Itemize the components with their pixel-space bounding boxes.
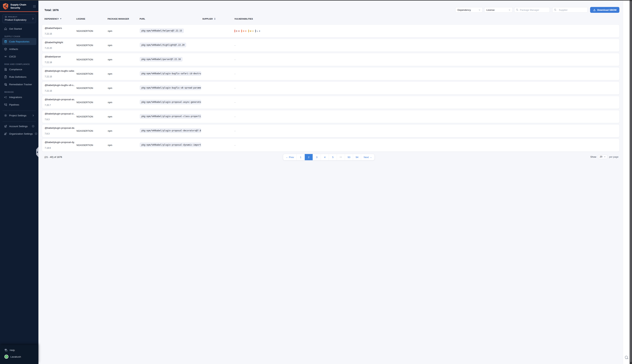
sidebar-item-label: Project Settings [9,114,26,117]
sidebar-item-label: Organization Settings [9,132,33,135]
package-manager-value: npm [108,58,140,61]
severity-bar [234,30,235,32]
dependency-version: 7.22.15 [45,75,75,78]
total-count: Total: 1876 [44,8,58,12]
pagination-bar: (21 - 40) of 1876 ← Prev 1 2 3 4 5 ••• 9… [38,154,287,160]
package-manager-value: npm [108,87,140,90]
gear-icon [4,114,7,117]
dependency-name: @babel/plugin-proposal-cl... [45,112,75,115]
sidebar-item-compliance[interactable]: Compliance [2,66,36,73]
license-value: NOASSERTION [76,58,108,61]
brand-divider [0,11,38,12]
infinity-icon [4,55,7,58]
sidebar-item-label: CI/CD [9,55,16,58]
dependency-table: @babel/helpers 7.22.15 NOASSERTION npm p… [42,24,287,152]
vulnerabilities-empty: - [234,144,287,146]
medium-badge: M3 [248,30,254,32]
dependency-version: 7.18.6 [45,147,75,149]
license-value: NOASSERTION [76,101,108,104]
vulnerabilities-empty: - [234,58,287,61]
sidebar-item-get-started[interactable]: Get Started [2,25,36,32]
home-icon [4,27,7,30]
table-row[interactable]: @babel/highlight 7.22.20 NOASSERTION npm… [42,39,287,52]
vulnerabilities-empty: - [234,44,287,47]
license-value: NOASSERTION [76,72,108,75]
dependency-version: 7.22.20 [45,47,75,50]
table-header-row: DEPENDENCY LICENSE PACKAGE MANAGER PURL … [44,18,287,20]
table-row[interactable]: @babel/plugin-bugfix-safar... 7.22.15 NO… [42,67,287,80]
license-value: NOASSERTION [76,87,108,90]
package-manager-value: npm [108,72,140,75]
purl-chip: pkg:npm/%40babel/plugin-proposal-decorat… [140,128,201,133]
info-icon[interactable] [32,125,34,128]
sidebar-divider [2,122,36,122]
sidebar-item-rule-definitions[interactable]: Rule Definitions [2,73,36,80]
pipelines-icon [4,103,7,106]
vulnerabilities-empty: - [234,72,287,75]
collapse-arrow-icon [36,151,38,153]
project-box-icon [5,16,7,18]
purl-chip: pkg:npm/%40babel/parser@7.22.16 [140,57,182,62]
severity-bar [241,30,242,32]
license-value: NOASSERTION [76,130,108,132]
prev-page-button[interactable]: ← Prev [283,154,287,160]
sidebar-item-code-repositories[interactable]: Code Repositories [2,38,36,45]
pager: ← Prev 1 2 3 4 5 ••• 93 94 Next → [283,154,287,160]
column-header-dependency[interactable]: DEPENDENCY [44,18,76,20]
sidebar-item-label: Rule Definitions [9,76,26,78]
dependency-name: @babel/helpers [45,27,75,30]
dependency-name: @babel/plugin-bugfix-safar... [45,70,75,72]
table-row[interactable]: @babel/parser 7.22.16 NOASSERTION npm pk… [42,53,287,66]
license-value: NOASSERTION [76,116,108,118]
sidebar-item-label: Account Settings [9,125,28,128]
dependency-version: 7.20.7 [45,104,75,106]
app-title: Supply Chain Security [10,3,31,10]
sidebar-item-artifacts[interactable]: Artifacts [2,46,36,52]
table-row[interactable]: @babel/plugin-proposal-cl... 7.8.3 NOASS… [42,110,287,123]
table-row[interactable]: @babel/helpers 7.22.15 NOASSERTION npm p… [42,24,287,38]
sidebar-item-project-settings[interactable]: Project Settings [2,112,36,119]
table-row[interactable]: @babel/plugin-proposal-dy... 7.18.6 NOAS… [42,139,287,152]
purl-chip: pkg:npm/%40babel/plugin-bugfix-safari-id… [140,71,201,76]
table-row[interactable]: @babel/plugin-proposal-de... 7.8.3 NOASS… [42,124,287,137]
vulnerabilities-empty: - [234,87,287,90]
sidebar-item-label: Artifacts [9,48,18,50]
package-manager-value: npm [108,30,140,32]
critical-badge: C0 [234,30,240,32]
info-icon[interactable] [35,132,37,135]
low-badge: L0 [255,30,260,32]
app-grid-icon[interactable] [33,5,36,8]
dependency-version: 7.22.15 [45,90,75,92]
sidebar-item-pipelines[interactable]: Pipelines [2,101,36,108]
project-name: Product Exploratory [5,18,31,21]
vulnerabilities-empty: - [234,130,287,132]
box-repair-icon [4,83,7,86]
sort-desc-icon [60,18,62,20]
sidebar-nav: Get Started SUPPLY CHAIN Code Repositori… [0,25,38,137]
table-row[interactable]: @babel/plugin-proposal-as... 7.20.7 NOAS… [42,96,287,109]
project-switcher[interactable]: PROJECT Product Exploratory [2,14,36,23]
sidebar-item-organization-settings[interactable]: Organization Settings [2,130,36,137]
table-row[interactable]: @babel/plugin-bugfix-v8-s... 7.22.15 NOA… [42,82,287,94]
dependency-version: 7.22.16 [45,61,75,64]
purl-chip: pkg:npm/%40babel/helpers@7.22.15 [140,28,184,33]
result-range: (21 - 40) of 1876 [44,156,62,158]
sidebar-item-label: Code Repositories [9,40,30,43]
sidebar-item-remediation-tracker[interactable]: Remediation Tracker [2,81,36,88]
window-top-edge [0,0,287,0]
column-header-license: LICENSE [76,18,108,20]
column-header-supplier[interactable]: SUPPLIER [202,18,234,20]
severity-bar [248,30,249,32]
shield-logo-icon [2,3,8,10]
sidebar-item-integrations[interactable]: Integrations [2,94,36,100]
sidebar-item-cicd[interactable]: CI/CD [2,53,36,60]
license-value: NOASSERTION [76,30,108,32]
vulnerabilities-empty: - [234,101,287,104]
app-logo: Supply Chain Security [0,0,38,10]
sort-both-icon [214,18,216,20]
section-label-manage: MANAGE [4,91,38,93]
sidebar-item-account-settings[interactable]: Account Settings [2,123,36,130]
main-content: Total: 1876 Dependency License [38,0,287,165]
sidebar: Supply Chain Security PROJECT Product Ex… [0,0,38,165]
purl-chip: pkg:npm/%40babel/plugin-bugfix-v8-spread… [140,86,201,90]
